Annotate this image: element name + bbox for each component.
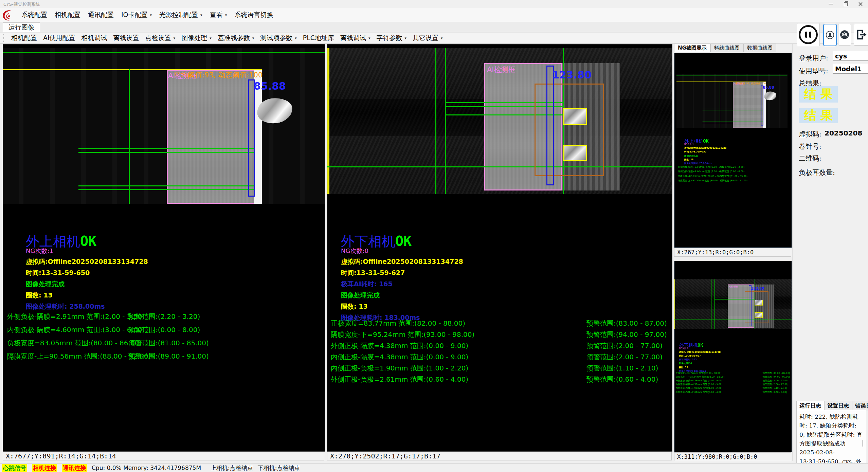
tool-offline-setting[interactable]: 离线设置 bbox=[110, 32, 142, 44]
tool-ai-config[interactable]: AI使用配置 bbox=[40, 32, 78, 44]
upper-camera-spotcheck-status: 上相机:点检结束 bbox=[211, 464, 253, 472]
titlebar: CYS-视觉检测系统 bbox=[0, 0, 868, 8]
width-value: 123.80 bbox=[552, 69, 592, 81]
tab-detect-box bbox=[755, 312, 763, 318]
upper-camera-image: AI检测框 平均阈值:93, 动态阈值:100 85.88 bbox=[3, 48, 325, 204]
capture-time: 时间:13-31-59-627 bbox=[679, 354, 721, 357]
ng-tabbar: NG截图显示 料线曲线图 数据曲线图 bbox=[674, 43, 776, 52]
warn-range: 预警范围:(2.00 - 77.00) bbox=[762, 379, 788, 382]
text-caret bbox=[863, 440, 863, 447]
maximize-button[interactable] bbox=[838, 0, 853, 8]
upper-camera-panel[interactable]: AI检测框 平均阈值:93, 动态阈值:100 85.88 外上相机OK NG次… bbox=[3, 44, 325, 452]
upper-camera-info: 外上相机OK NG次数:1 虚拟码:Offline202502081331347… bbox=[26, 234, 148, 311]
tab-run-log[interactable]: 运行日志 bbox=[796, 401, 824, 411]
app-logo bbox=[1, 9, 14, 22]
cpu-memory-readout: Cpu: 0.0% Memory: 3424.41796875M bbox=[92, 465, 201, 471]
warn-range: 预警范围:(94.00 - 97.00) bbox=[586, 330, 667, 339]
tab-line-curve[interactable]: 料线曲线图 bbox=[710, 43, 743, 52]
model-input[interactable] bbox=[833, 64, 868, 74]
toolbar-grip[interactable] bbox=[3, 34, 5, 42]
tab-run-image[interactable]: 运行图像 bbox=[3, 22, 40, 32]
close-button[interactable] bbox=[853, 0, 868, 8]
app-window: CYS-视觉检测系统 系统配置 相机配置 通讯配置 IO卡配置 光源控制配置 查… bbox=[0, 0, 868, 472]
close-icon bbox=[858, 2, 863, 6]
tab-setting-log[interactable]: 设置日志 bbox=[824, 401, 852, 411]
measurement: 内侧正极-负极=1.90mm 范围:(1.00 - 2.20) bbox=[675, 387, 722, 389]
tool-baseline-params[interactable]: 基准线参数 bbox=[215, 32, 257, 44]
login-user-input[interactable] bbox=[833, 51, 868, 61]
camera-result: OK bbox=[80, 233, 96, 249]
lower-measurements: 正极宽度=83.77mm 范围:(82.00 - 88.00)预警范围:(83.… bbox=[675, 371, 724, 394]
minimize-button[interactable] bbox=[823, 0, 838, 8]
capture-time: 时间:13-31-59-650 bbox=[26, 269, 148, 277]
width-value: 123.80 bbox=[751, 286, 764, 290]
result-box-upper: 结 果 bbox=[799, 86, 838, 103]
ai-box-label: AI检测框 bbox=[487, 65, 516, 74]
tab-error-log[interactable]: 错误日志 bbox=[852, 401, 868, 411]
measurement: 内侧正极-隔膜=4.38mm 范围:(0.00 - 9.00) bbox=[675, 383, 722, 386]
measurement: 外侧负极-隔膜=2.91mm 范围:(2.00 - 3.50) bbox=[7, 312, 145, 321]
user-manage-button[interactable] bbox=[838, 24, 851, 46]
upper-cursor-readout: X:7677;Y:891;R:14;G:14;B:14 bbox=[3, 452, 324, 460]
menu-light-config[interactable]: 光源控制配置 bbox=[156, 9, 205, 21]
warn-range: 预警范围:(0.00 - 8.00) bbox=[720, 170, 744, 173]
menu-system-config[interactable]: 系统配置 bbox=[18, 9, 50, 21]
exit-button[interactable] bbox=[854, 24, 868, 46]
warn-range: 预警范围:(0.60 - 4.00) bbox=[762, 391, 787, 394]
lower-camera-info: 外下相机OK NG次数:0 虚拟码:Offline202502081331347… bbox=[341, 234, 463, 322]
tool-plc-address[interactable]: PLC地址库 bbox=[300, 32, 337, 44]
width-measure-box bbox=[248, 79, 255, 197]
menu-io-card-config[interactable]: IO卡配置 bbox=[118, 9, 155, 21]
ai-region-box bbox=[535, 84, 604, 176]
tool-offline-debug[interactable]: 离线调试 bbox=[337, 32, 374, 44]
lower-camera-image: AI检测框 123.80 bbox=[327, 48, 672, 194]
login-user-label: 登录用户: bbox=[799, 54, 828, 63]
warn-range: 预警范围:(94.00 - 97.00) bbox=[762, 375, 790, 378]
tool-image-processing[interactable]: 图像处理 bbox=[178, 32, 215, 44]
neg-tab-count-label: 负极耳数量: bbox=[799, 168, 835, 177]
process-elapsed: 图像处理耗时: 258.00ms bbox=[684, 162, 726, 165]
tool-camera-config[interactable]: 相机配置 bbox=[8, 32, 40, 44]
tab-ng-capture[interactable]: NG截图显示 bbox=[674, 43, 710, 52]
qrcode-label: 二维码: bbox=[799, 154, 821, 163]
tool-test-params[interactable]: 测试项参数 bbox=[257, 32, 300, 44]
measurement: 负极宽度=83.05mm 范围:(80.00 - 86.00) bbox=[7, 339, 142, 347]
camera-link-indicator: 相机连接 bbox=[32, 464, 57, 472]
warn-range: 预警范围:(2.20 - 3.20) bbox=[128, 312, 200, 321]
ng-preview-lower[interactable]: AI检测框 123.80 外下相机OK NG次数:0 虚拟码:Offline20… bbox=[674, 261, 792, 452]
current-user-button[interactable] bbox=[823, 24, 837, 46]
warn-range: 预警范围:(2.00 - 77.00) bbox=[586, 352, 663, 362]
menu-language-switch[interactable]: 系统语言切换 bbox=[231, 9, 276, 21]
menu-view[interactable]: 查看 bbox=[207, 9, 230, 21]
tool-camera-debug[interactable]: 相机调试 bbox=[78, 32, 110, 44]
measurement: 正极宽度=83.77mm 范围:(82.00 - 88.00) bbox=[675, 371, 721, 374]
ng-upper-cursor-readout: X:267;Y:13;R:0;G:0;B:0 bbox=[674, 248, 791, 257]
lower-camera-image: AI检测框 123.80 bbox=[674, 279, 792, 329]
comm-link-indicator: 通讯连接 bbox=[62, 464, 87, 472]
measurement: 内侧负极-隔膜=4.60mm 范围:(3.00 - 6.00) bbox=[7, 326, 145, 334]
menu-camera-config[interactable]: 相机配置 bbox=[52, 9, 84, 21]
tool-char-params[interactable]: 字符参数 bbox=[374, 32, 410, 44]
warn-range: 预警范围:(2.20 - 3.20) bbox=[720, 165, 744, 168]
measurement: 内侧正极-隔膜=4.38mm 范围:(0.00 - 9.00) bbox=[331, 353, 468, 361]
pause-button[interactable] bbox=[797, 23, 820, 46]
window-title: CYS-视觉检测系统 bbox=[3, 1, 40, 7]
menu-comm-config[interactable]: 通讯配置 bbox=[85, 9, 117, 21]
users-group-icon bbox=[840, 30, 849, 39]
divider bbox=[792, 44, 793, 461]
measurement: 外侧负极-隔膜=2.91mm 范围:(2.00 - 3.50) bbox=[678, 165, 725, 168]
warn-range: 预警范围:(81.00 - 85.00) bbox=[720, 175, 747, 178]
tab-data-curve[interactable]: 数据曲线图 bbox=[743, 43, 776, 52]
lower-camera-panel[interactable]: AI检测框 123.80 外下相机OK NG次数:0 虚拟码:Offline20… bbox=[327, 44, 672, 452]
tool-other-settings[interactable]: 其它设置 bbox=[410, 32, 446, 44]
camera-result: OK bbox=[703, 138, 709, 144]
tab-detect-box bbox=[755, 300, 763, 306]
camera-result: OK bbox=[395, 233, 412, 249]
virtual-code: 虚拟码:Offline20250208133134728 bbox=[341, 257, 463, 266]
user-icon bbox=[826, 31, 834, 39]
virtual-code: 虚拟码:Offline20250208133134728 bbox=[26, 257, 148, 266]
threshold-label: 平均阈值:93, 动态阈值:100 bbox=[735, 82, 766, 85]
tool-spotcheck-setting[interactable]: 点检设置 bbox=[142, 32, 179, 44]
run-log-text[interactable]: 耗时: 222, 缺陷检测耗时: 17, 缺陷分类耗时: 0, 缺陷提取分区耗时… bbox=[796, 410, 866, 470]
ng-preview-upper[interactable]: AI检测框 平均阈值:93, 动态阈值:100 85.88 外上相机OK NG次… bbox=[674, 53, 792, 248]
